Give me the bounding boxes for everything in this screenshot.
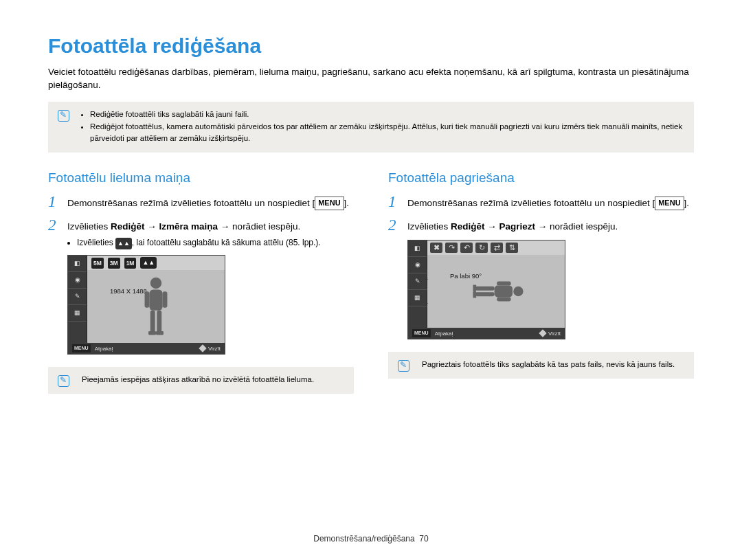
lcd-side-icon: ◉ bbox=[68, 272, 87, 289]
lcd-side-icon: ◧ bbox=[68, 256, 87, 272]
svg-rect-2 bbox=[145, 292, 150, 308]
page: Fotoattēla rediģēšana Veiciet fotoattēlu… bbox=[0, 0, 742, 394]
left-note-text: Pieejamās iespējas atšķiras atkarībā no … bbox=[79, 374, 314, 385]
top-note-item: Rediģētie fotoattēli tiks saglabāti kā j… bbox=[90, 109, 684, 120]
size-chip: 1M bbox=[124, 258, 137, 269]
step-body: Izvēlieties Rediģēt → Izmēra maiņa → nor… bbox=[67, 217, 321, 355]
step: 2 Izvēlieties Rediģēt → Pagriezt → norād… bbox=[388, 217, 694, 340]
lcd-side-icon: ▦ bbox=[408, 290, 427, 306]
top-note-box: Rediģētie fotoattēli tiks saglabāti kā j… bbox=[48, 102, 694, 153]
lcd-side-icon: ◧ bbox=[408, 240, 427, 257]
top-note-list: Rediģētie fotoattēli tiks saglabāti kā j… bbox=[79, 109, 684, 146]
lcd-side-icon: ✎ bbox=[408, 273, 427, 290]
rotate-off-icon: ✖ bbox=[430, 243, 442, 253]
section-heading-rotate: Fotoattēla pagriešana bbox=[388, 170, 694, 186]
step-number: 1 bbox=[388, 194, 401, 210]
rotate-right-icon: ↷ bbox=[445, 243, 458, 253]
svg-rect-9 bbox=[495, 286, 513, 298]
page-title: Fotoattēla rediģēšana bbox=[48, 34, 694, 58]
left-note-box: Pieejamās iespējas atšķiras atkarībā no … bbox=[48, 367, 354, 394]
silhouette-icon bbox=[467, 275, 525, 308]
lcd-side-icon: ◉ bbox=[408, 257, 427, 273]
lcd-top-bar: 5M 3M 1M ▲▲ bbox=[87, 256, 225, 270]
sublist: Izvēlieties ▲▲, lai fotoattēlu saglabātu… bbox=[67, 237, 321, 249]
lcd-bottom-bar: MENU Atpakaļ Virzīt bbox=[408, 328, 565, 339]
right-column: Fotoattēla pagriešana 1 Demonstrēšanas r… bbox=[388, 170, 694, 394]
note-icon bbox=[58, 375, 69, 387]
rotate-180-icon: ↻ bbox=[475, 243, 488, 253]
footer-page-number: 70 bbox=[419, 534, 428, 544]
lcd-back-label: Atpakaļ bbox=[435, 330, 453, 338]
flip-h-icon: ⇄ bbox=[491, 243, 503, 253]
lcd-move-label: Virzīt bbox=[548, 330, 561, 338]
step-number: 1 bbox=[48, 194, 60, 210]
step: 1 Demonstrēšanas režīmā izvēlieties foto… bbox=[48, 194, 354, 210]
right-note-text: Pagrieztais fotoattēls tiks saglabāts kā… bbox=[419, 359, 675, 370]
lcd-image-area: 1984 X 1488 bbox=[87, 270, 225, 343]
lcd-side-icon: ▦ bbox=[68, 305, 87, 322]
columns: Fotoattēlu lieluma maiņa 1 Demonstrēšana… bbox=[48, 170, 694, 394]
menu-button-label: MENU bbox=[315, 197, 344, 210]
svg-point-8 bbox=[513, 287, 523, 296]
svg-rect-14 bbox=[473, 285, 476, 292]
svg-rect-7 bbox=[156, 331, 164, 335]
lcd-bottom-bar: MENU Atpakaļ Virzīt bbox=[68, 343, 225, 354]
right-note-box: Pagrieztais fotoattēls tiks saglabāts kā… bbox=[388, 352, 694, 379]
lcd-image-area: Pa labi 90° bbox=[427, 255, 565, 328]
top-note-item: Rediģējot fotoattēlus, kamera automātisk… bbox=[90, 121, 684, 144]
step-body: Demonstrēšanas režīmā izvēlieties fotoat… bbox=[407, 194, 689, 210]
size-chip: 3M bbox=[108, 258, 120, 269]
lcd-menu-tag: MENU bbox=[72, 344, 91, 352]
step: 2 Izvēlieties Rediģēt → Izmēra maiņa → n… bbox=[48, 217, 354, 355]
intro-text: Veiciet fotoattēlu rediģēšanas darbības,… bbox=[48, 66, 694, 92]
svg-rect-4 bbox=[150, 311, 155, 333]
step-number: 2 bbox=[388, 217, 401, 340]
svg-point-0 bbox=[150, 278, 161, 289]
lcd-back-label: Atpakaļ bbox=[95, 345, 113, 353]
svg-rect-6 bbox=[148, 331, 156, 335]
lcd-menu-tag: MENU bbox=[412, 329, 431, 337]
step-body: Izvēlieties Rediģēt → Pagriezt → norādie… bbox=[407, 217, 618, 340]
svg-rect-1 bbox=[149, 290, 162, 311]
step1-text: Demonstrēšanas režīmā izvēlieties fotoat… bbox=[407, 198, 650, 208]
svg-rect-3 bbox=[163, 292, 168, 308]
lcd-rotate-preview: ◧ ◉ ✎ ▦ ✖ ↷ ↶ ↻ ⇄ ⇅ bbox=[407, 240, 565, 339]
menu-button-label: MENU bbox=[655, 197, 684, 210]
lcd-side-icons: ◧ ◉ ✎ ▦ bbox=[68, 256, 87, 354]
dpad-icon bbox=[539, 330, 546, 337]
svg-rect-13 bbox=[475, 292, 495, 296]
lcd-side-icons: ◧ ◉ ✎ ▦ bbox=[408, 240, 427, 339]
lcd-top-bar: ✖ ↷ ↶ ↻ ⇄ ⇅ bbox=[427, 240, 565, 255]
start-image-icon: ▲▲ bbox=[115, 238, 132, 249]
lcd-move-label: Virzīt bbox=[208, 345, 221, 353]
sublist-item: Izvēlieties ▲▲, lai fotoattēlu saglabātu… bbox=[77, 237, 321, 249]
silhouette-icon bbox=[136, 276, 176, 341]
svg-rect-11 bbox=[497, 298, 510, 302]
rotate-left-icon: ↶ bbox=[460, 243, 473, 253]
flip-v-icon: ⇅ bbox=[506, 243, 518, 253]
size-chip: 5M bbox=[91, 258, 104, 269]
svg-rect-10 bbox=[497, 282, 510, 286]
svg-rect-12 bbox=[475, 287, 495, 291]
start-image-icon: ▲▲ bbox=[140, 257, 157, 269]
section-heading-resize: Fotoattēlu lieluma maiņa bbox=[48, 170, 354, 186]
dpad-icon bbox=[199, 345, 206, 352]
footer-section: Demonstrēšana/rediģēšana bbox=[313, 534, 414, 544]
lcd-resize-preview: ◧ ◉ ✎ ▦ 5M 3M 1M ▲▲ 1984 X 1488 bbox=[67, 255, 225, 355]
svg-rect-15 bbox=[473, 291, 476, 298]
note-icon bbox=[58, 110, 69, 122]
left-column: Fotoattēlu lieluma maiņa 1 Demonstrēšana… bbox=[48, 170, 354, 394]
page-footer: Demonstrēšana/rediģēšana 70 bbox=[0, 534, 742, 544]
step-body: Demonstrēšanas režīmā izvēlieties fotoat… bbox=[67, 194, 349, 210]
step: 1 Demonstrēšanas režīmā izvēlieties foto… bbox=[388, 194, 694, 210]
step1-text: Demonstrēšanas režīmā izvēlieties fotoat… bbox=[67, 198, 310, 208]
note-icon bbox=[398, 360, 409, 372]
lcd-side-icon: ✎ bbox=[68, 289, 87, 305]
svg-rect-5 bbox=[157, 311, 161, 333]
step-number: 2 bbox=[48, 217, 60, 355]
